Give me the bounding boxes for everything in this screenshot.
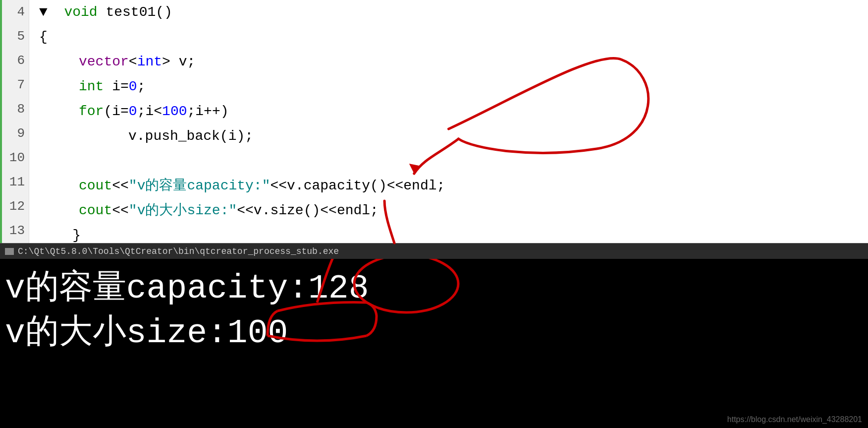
line-num-6: 6 [2,49,29,73]
code-line-10 [39,149,868,174]
code-line-12: cout<<"v的大小size:"<<v.size()<<endl; [39,198,868,223]
line-num-4: 4 [2,0,29,24]
terminal-icon [5,248,14,255]
code-line-4: ▼ void test01() [39,0,868,25]
code-line-13: } [39,223,868,248]
code-line-11: cout<<"v的容量capacity:"<<v.capacity()<<end… [39,174,868,198]
watermark: https://blog.csdn.net/weixin_43288201 [727,415,862,424]
line-num-8: 8 [2,97,29,122]
line-num-12: 12 [2,194,29,219]
line-num-7: 7 [2,73,29,97]
line-num-10: 10 [2,146,29,170]
code-line-5: { [39,25,868,50]
line-num-9: 9 [2,122,29,146]
terminal-line-1: v的容量capacity:128 [5,264,863,308]
line-numbers: 4 5 6 7 8 9 10 11 12 13 [2,0,29,243]
line-num-11: 11 [2,170,29,194]
terminal-line-2: v的大小size:100 [5,308,863,353]
code-line-7: int i=0; [39,74,868,99]
terminal-output-1: v的容量capacity:128 [5,264,369,309]
terminal-body: v的容量capacity:128 v的大小size:100 https://bl… [0,259,868,428]
code-line-9: v.push_back(i); [39,124,868,149]
code-line-8: for(i=0;i<100;i++) [39,99,868,124]
code-line-6: vector<int> v; [39,50,868,74]
terminal-output-2: v的大小size:100 [5,308,288,354]
line-num-13: 13 [2,219,29,243]
line-num-5: 5 [2,24,29,49]
main-container: 4 5 6 7 8 9 10 11 12 13 ▼ void test01() … [0,0,868,428]
code-editor: 4 5 6 7 8 9 10 11 12 13 ▼ void test01() … [0,0,868,243]
code-content: ▼ void test01() { vector<int> v; int i=0… [29,0,868,243]
